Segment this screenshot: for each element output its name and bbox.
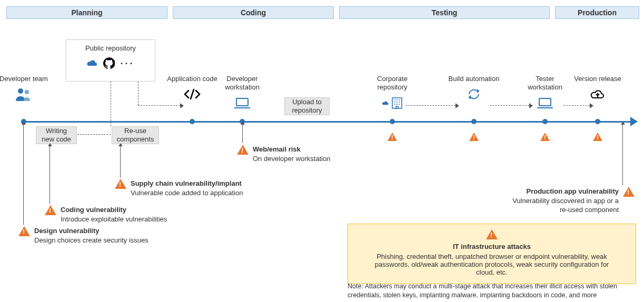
team-icon xyxy=(13,86,34,102)
node-version-release: Version release xyxy=(571,75,624,102)
dot-tester-ws xyxy=(542,119,548,124)
dot-app-code xyxy=(190,119,195,124)
connector-repo-down xyxy=(111,82,111,126)
ellipsis-icon: ··· xyxy=(120,58,134,69)
it-infrastructure-box: IT infrastructure attacks Phishing, cred… xyxy=(348,224,636,284)
infobox-title: IT infrastructure attacks xyxy=(369,243,615,250)
warning-icon xyxy=(623,187,635,197)
risk-prod: Production app vulnerability Vulnerabili… xyxy=(503,187,635,215)
svg-rect-3 xyxy=(392,98,402,108)
arrow-web xyxy=(242,125,243,143)
timeline xyxy=(21,121,633,123)
risk-web: Web/email risk On developer workstation xyxy=(237,145,330,163)
infobox-desc: Phishing, credential theft, unpatched br… xyxy=(369,253,615,276)
phase-coding: Coding xyxy=(173,6,334,19)
cloud-icon xyxy=(86,59,98,69)
building-icon xyxy=(382,95,403,111)
warning-icon xyxy=(45,205,56,215)
risk-supply: Supply chain vulnerability/implant Vulne… xyxy=(115,179,243,197)
cycle-icon xyxy=(463,86,484,102)
dot-version xyxy=(595,119,600,124)
laptop-icon xyxy=(534,95,556,111)
warning-icon xyxy=(369,229,615,239)
connector-repo-to-appcode xyxy=(138,105,180,106)
box-upload-to-repo: Upload to repository xyxy=(284,97,330,115)
phase-planning: Planning xyxy=(6,6,167,19)
warning-icon xyxy=(237,145,249,155)
warn-marker-release xyxy=(593,133,602,141)
connector-repo-branch xyxy=(138,82,138,105)
dot-corp-repo xyxy=(390,119,395,124)
node-developer-team: Developer team xyxy=(0,75,50,102)
node-build: Build automation xyxy=(448,75,500,102)
risk-design: Design vulnerability Design choices crea… xyxy=(18,226,148,245)
public-repo-label: Public repository xyxy=(66,44,155,52)
box-writing-new-code: Writing new code xyxy=(36,126,77,144)
timeline-arrowhead xyxy=(630,117,638,126)
svg-rect-2 xyxy=(236,98,248,106)
warning-icon xyxy=(18,226,30,236)
node-dev-workstation: Developer workstation xyxy=(216,75,269,111)
github-icon xyxy=(103,57,115,71)
arrow-design xyxy=(23,125,24,225)
footer-note: Note: Attackers may conduct a multi-stag… xyxy=(348,282,636,300)
cloud-upload-icon xyxy=(587,86,608,102)
connector-reuse-to-write xyxy=(75,134,111,135)
dot-build xyxy=(471,119,477,124)
risk-coding: Coding vulnerability Introduce exploitab… xyxy=(45,205,167,224)
laptop-icon xyxy=(232,95,253,111)
box-reuse-components: Re-use components xyxy=(112,126,159,144)
code-icon xyxy=(182,86,203,102)
arrow-prod xyxy=(622,125,623,185)
warn-marker-tester xyxy=(540,133,550,141)
warning-icon xyxy=(115,179,126,189)
phase-testing: Testing xyxy=(339,6,550,19)
svg-point-1 xyxy=(25,90,29,94)
svg-rect-4 xyxy=(539,98,551,106)
public-repo-box: Public repository ··· xyxy=(66,39,155,82)
node-app-code: Application code xyxy=(166,75,219,102)
node-corp-repo: Corporate repository xyxy=(366,75,419,111)
warn-marker-build xyxy=(469,133,479,141)
arrow-supply xyxy=(120,146,121,178)
svg-point-0 xyxy=(18,88,23,94)
phase-production: Production xyxy=(555,6,639,19)
warn-marker-corp xyxy=(388,133,397,141)
node-tester-ws: Tester workstation xyxy=(519,75,571,111)
arrow-coding xyxy=(49,146,50,204)
